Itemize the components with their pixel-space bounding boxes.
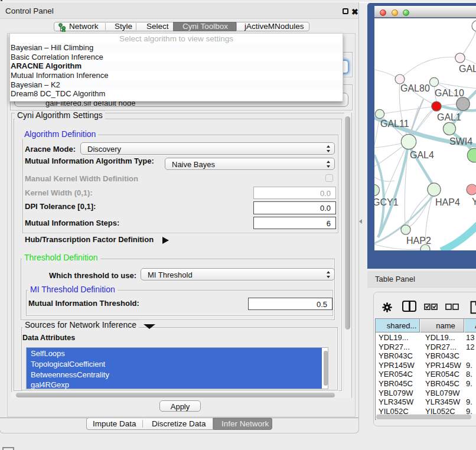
- svg-text:GAL1: GAL1: [437, 112, 461, 122]
- svg-text:SWI4: SWI4: [449, 136, 472, 146]
- svg-text:HAP4: HAP4: [435, 197, 460, 207]
- svg-text:GAL10: GAL10: [435, 88, 464, 98]
- svg-text:GAL7: GAL7: [459, 64, 476, 74]
- svg-text:GAL11: GAL11: [380, 119, 409, 129]
- svg-text:GCY1: GCY1: [374, 197, 399, 207]
- svg-text:HAP2: HAP2: [406, 236, 431, 246]
- svg-text:Y: Y: [472, 197, 476, 207]
- svg-text:GAL4: GAL4: [410, 150, 434, 160]
- svg-text:GAL80: GAL80: [400, 83, 430, 93]
